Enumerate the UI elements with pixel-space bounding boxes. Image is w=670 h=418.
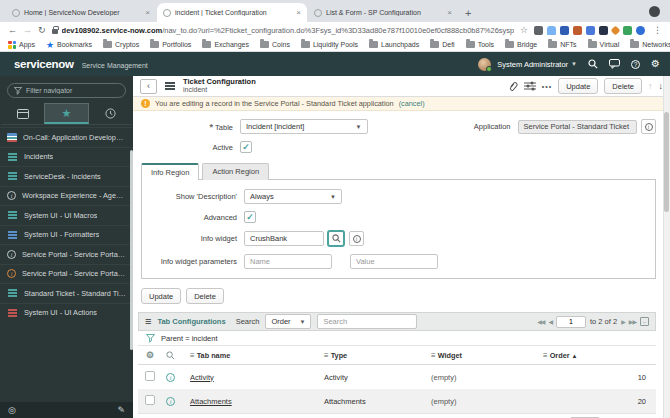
bookmark-folder-portfolios[interactable]: Portfolios [150, 41, 191, 48]
sidebar-item-incidents[interactable]: Incidents [0, 147, 133, 167]
bookmark-apps[interactable]: Apps [8, 41, 35, 49]
personalize-form-icon[interactable] [524, 81, 536, 91]
extension-icon[interactable] [623, 26, 632, 35]
reload-icon[interactable]: ↻ [38, 26, 46, 35]
column-header-tab-name[interactable]: ≡Tab name [186, 346, 320, 365]
previous-page-icon[interactable]: ◀ [548, 318, 552, 325]
forward-icon[interactable]: → [23, 26, 32, 35]
target-icon[interactable]: ◎ [8, 405, 16, 415]
edit-pencil-icon[interactable]: ✎ [117, 405, 125, 415]
application-info-button[interactable]: i [641, 119, 656, 134]
new-tab-button[interactable]: + [465, 7, 471, 19]
row-checkbox[interactable] [145, 371, 155, 381]
user-menu[interactable]: System Administrator [497, 60, 568, 69]
reference-lookup-button[interactable] [327, 230, 345, 247]
bookmark-folder-defi[interactable]: Defi [430, 41, 454, 48]
advanced-checkbox[interactable]: ✓ [244, 211, 256, 223]
extension-icon[interactable] [560, 26, 569, 35]
help-icon[interactable]: ? [631, 60, 640, 69]
bookmark-folder-nfts[interactable]: NFTs [548, 41, 576, 48]
cancel-link[interactable]: (cancel) [399, 99, 425, 108]
bookmark-bookmarks[interactable]: ★Bookmarks [46, 40, 92, 50]
record-preview-icon[interactable]: i [166, 397, 175, 406]
bookmark-folder-bridge[interactable]: Bridge [505, 41, 537, 48]
browser-menu-icon[interactable]: ⋮ [653, 25, 662, 35]
bookmark-folder-tools[interactable]: Tools [466, 41, 494, 48]
bookmark-folder-virtual[interactable]: Virtual [588, 41, 620, 48]
back-button[interactable]: ‹ [140, 79, 157, 94]
page-number-input[interactable] [556, 316, 586, 328]
delete-button[interactable]: Delete [604, 78, 642, 94]
filter-navigator-input[interactable] [26, 87, 116, 94]
column-header-type[interactable]: ≡Type [320, 346, 427, 365]
bookmark-folder-launchpads[interactable]: Launchpads [369, 41, 419, 48]
first-page-icon[interactable]: ◀◀ [537, 318, 544, 325]
sidebar-item-service-portal-c[interactable]: iService Portal - Service Portal C... [0, 264, 133, 284]
global-search-icon[interactable] [588, 59, 598, 69]
browser-profile-icon[interactable] [649, 6, 660, 17]
tab-all-applications[interactable] [1, 103, 44, 124]
collapse-list-icon[interactable]: – [640, 317, 649, 326]
row-link[interactable]: Attachments [190, 397, 232, 406]
scrollbar-thumb[interactable] [664, 112, 669, 212]
bookmark-folder-coins[interactable]: Coins [260, 41, 290, 48]
breadcrumb-filter[interactable]: Parent = incident [161, 334, 218, 343]
extension-icon[interactable] [611, 25, 621, 35]
bookmark-folder-exchanges[interactable]: Exchanges [202, 41, 249, 48]
row-link[interactable]: Activity [190, 373, 214, 382]
param-name-input[interactable] [244, 254, 332, 269]
column-header-order[interactable]: ≡Order ▲ [539, 346, 656, 365]
more-options-icon[interactable]: ••• [542, 83, 552, 90]
list-search-input[interactable] [317, 314, 417, 329]
next-page-icon[interactable]: ▶ [621, 318, 625, 325]
sidebar-item-formatters[interactable]: System UI - Formatters [0, 225, 133, 245]
delete-button-bottom[interactable]: Delete [186, 288, 224, 304]
browser-tab-sp-configuration[interactable]: List & Form - SP Configuration × [308, 3, 458, 22]
tab-close-icon[interactable]: × [296, 8, 301, 17]
sidebar-item-standard-ticket[interactable]: Standard Ticket - Standard Tick... [0, 283, 133, 303]
main-scrollbar[interactable] [663, 76, 670, 418]
tab-info-region[interactable]: Info Region [141, 163, 199, 180]
tab-favorites[interactable]: ★ [44, 103, 89, 124]
table-select[interactable]: Incident [incident]▼ [240, 119, 368, 134]
extension-icon[interactable] [599, 26, 608, 35]
extension-icon[interactable] [534, 26, 543, 35]
bookmark-folder-cryptos[interactable]: Cryptos [103, 41, 139, 48]
sidebar-item-servicedesk-incidents[interactable]: ServiceDesk - Incidents [0, 166, 133, 186]
list-settings-gear-icon[interactable]: ⚙ [138, 346, 162, 365]
settings-gear-icon[interactable]: ⚙ [651, 59, 660, 69]
show-description-select[interactable]: Always▼ [244, 189, 342, 204]
sidebar-item-workspace-experience[interactable]: iWorkspace Experience - Agent ... [0, 186, 133, 206]
row-checkbox[interactable] [145, 395, 155, 405]
last-page-icon[interactable]: ▶▶ [629, 318, 636, 325]
sidebar-item-ui-actions[interactable]: System UI - UI Actions [0, 303, 133, 323]
back-icon[interactable]: ← [8, 26, 17, 35]
user-avatar[interactable] [478, 58, 491, 71]
list-context-menu-icon[interactable]: ≡ [145, 316, 151, 327]
extension-icon[interactable] [547, 26, 556, 35]
attachment-paperclip-icon[interactable] [506, 79, 520, 93]
chat-icon[interactable] [609, 59, 620, 69]
sidebar-item-oncall[interactable]: On-Call: Application Developme... [0, 127, 133, 147]
tab-history[interactable] [89, 103, 132, 124]
info-widget-info-button[interactable]: i [349, 231, 364, 246]
sidebar-item-ui-macros[interactable]: System UI - UI Macros [0, 205, 133, 225]
tab-close-icon[interactable]: × [145, 8, 150, 17]
bookmark-star-icon[interactable]: ☆ [520, 25, 528, 35]
info-widget-input[interactable] [244, 231, 324, 246]
extension-icon[interactable] [586, 26, 595, 35]
tab-close-icon[interactable]: × [447, 8, 452, 17]
param-value-input[interactable] [350, 254, 438, 269]
form-context-menu-icon[interactable] [165, 85, 175, 87]
funnel-icon[interactable] [146, 334, 155, 343]
browser-tab-home[interactable]: Home | ServiceNow Developer × [6, 3, 156, 22]
update-button-bottom[interactable]: Update [141, 288, 181, 304]
extension-icon[interactable] [573, 26, 582, 35]
update-button[interactable]: Update [558, 78, 598, 94]
bookmark-folder-networks[interactable]: Networks [630, 41, 670, 48]
record-preview-icon[interactable]: i [166, 373, 175, 382]
search-field-select[interactable]: Order▼ [265, 314, 311, 329]
previous-record-icon[interactable]: ↑ [648, 81, 653, 91]
browser-tab-ticket-configuration[interactable]: incident | Ticket Configuration × [157, 3, 307, 22]
address-input[interactable]: dev108902.service-now.com/nav_to.do?uri=… [52, 26, 514, 35]
